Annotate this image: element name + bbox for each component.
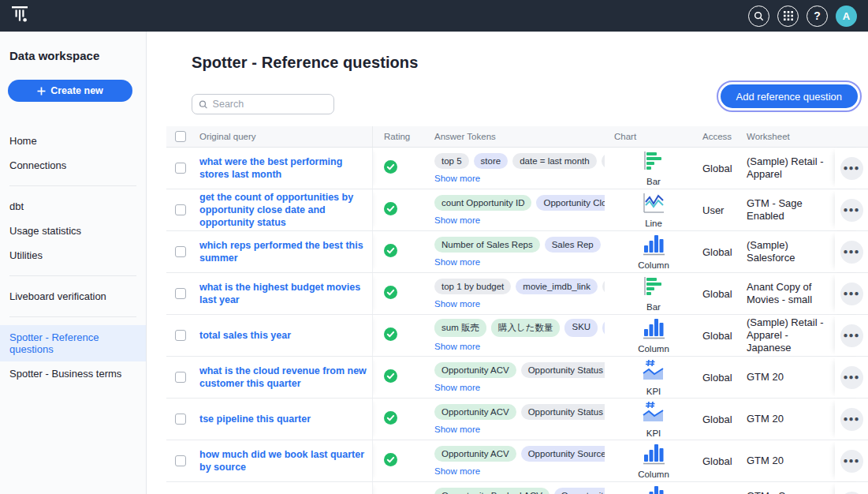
column-header-actions [835, 126, 868, 147]
query-link[interactable]: what is the cloud revenue from new custo… [199, 365, 367, 390]
column-header-rating: Rating [373, 132, 430, 141]
row-actions-button[interactable]: ●●● [840, 408, 863, 431]
help-icon[interactable]: ? [807, 6, 828, 27]
answer-token-pill: Opportunity Booked ACV [434, 488, 549, 494]
row-actions-button[interactable]: ●●● [840, 241, 863, 264]
row-actions-button[interactable]: ●●● [840, 157, 863, 180]
add-reference-question-button[interactable]: Add reference question [721, 84, 858, 108]
row-checkbox[interactable] [175, 455, 186, 466]
sidebar-item-utilities[interactable]: Utilities [0, 243, 146, 268]
search-input[interactable] [213, 99, 327, 110]
column-header-original-query: Original query [199, 132, 256, 141]
answer-token-pill: Sales Rep [545, 237, 601, 253]
answer-tokens: Opportunity ACVOpportunity Status = 'p [434, 404, 605, 420]
row-checkbox[interactable] [175, 414, 186, 425]
row-checkbox[interactable] [175, 163, 186, 174]
row-actions-button[interactable]: ●●● [840, 492, 863, 494]
show-more-link[interactable]: Show more [434, 466, 480, 476]
answer-token-pill: SKU [564, 319, 598, 337]
rating-verified-icon [384, 202, 397, 215]
show-more-link[interactable]: Show more [434, 342, 480, 351]
select-all-checkbox[interactable] [175, 131, 186, 142]
worksheet-value: GTM 20 [742, 371, 835, 384]
rating-verified-icon [384, 327, 397, 341]
sidebar-item-home[interactable]: Home [0, 129, 146, 153]
answer-tokens: top 1 by budgetmovie_imdb_linkc [434, 279, 605, 294]
create-new-button[interactable]: Create new [8, 80, 132, 102]
page-title: Spotter - Reference questions [192, 54, 868, 72]
row-checkbox[interactable] [175, 246, 186, 257]
row-actions-button[interactable]: ●●● [840, 324, 863, 347]
query-link[interactable]: total sales this year [199, 329, 291, 342]
show-more-link[interactable]: Show more [434, 299, 480, 309]
chart-type-column-icon [642, 443, 665, 468]
plus-icon [37, 87, 46, 95]
search-icon [199, 99, 208, 110]
show-more-link[interactable]: Show more [434, 257, 480, 267]
table-row: bookOpportunity Booked ACVOpportunity SS… [166, 482, 868, 494]
table-row: how much did we book last quarter by sou… [166, 440, 868, 482]
show-more-link[interactable]: Show more [434, 174, 480, 183]
row-checkbox[interactable] [175, 288, 186, 299]
query-link[interactable]: what is the highest budget movies last y… [199, 281, 367, 306]
sidebar-item-usage-statistics[interactable]: Usage statistics [0, 219, 146, 243]
answer-token-pill: top 1 by budget [434, 279, 511, 294]
sidebar-item-connections[interactable]: Connections [0, 153, 146, 178]
apps-grid-icon[interactable] [777, 6, 799, 27]
row-actions-button[interactable]: ●●● [840, 283, 863, 305]
row-actions-button[interactable]: ●●● [840, 366, 863, 389]
row-actions-button[interactable]: ●●● [840, 450, 863, 473]
reference-questions-table: Original query Rating Answer Tokens Char… [166, 126, 868, 494]
row-actions-button[interactable]: ●●● [840, 199, 863, 222]
answer-tokens: Opportunity Booked ACVOpportunity S [434, 488, 605, 494]
chart-type-column-icon [642, 318, 665, 342]
column-header-access: Access [698, 132, 742, 141]
table-row: which reps performed the best this summe… [166, 231, 868, 273]
sidebar-item-liveboard-verification[interactable]: Liveboard verification [0, 284, 146, 309]
query-link[interactable]: get the count of opportunities by opport… [199, 191, 367, 229]
column-header-answer-tokens: Answer Tokens [430, 132, 609, 141]
sidebar-item-dbt[interactable]: dbt [0, 194, 146, 219]
show-more-link[interactable]: Show more [434, 425, 480, 434]
answer-token-pill: s [602, 153, 605, 169]
user-avatar[interactable]: A [836, 6, 857, 27]
query-link[interactable]: what were the best performing stores las… [199, 155, 367, 181]
worksheet-value: GTM - Sage Enabled [742, 490, 835, 494]
worksheet-value: GTM - Sage Enabled [742, 197, 835, 223]
row-checkbox[interactable] [175, 330, 186, 341]
answer-token-pill: Opportunity S [554, 488, 605, 494]
table-row: what is the cloud revenue from new custo… [166, 357, 868, 399]
sidebar-item-spotter-business-terms[interactable]: Spotter - Business terms [0, 361, 146, 386]
query-link[interactable]: how much did we book last quarter by sou… [199, 448, 367, 473]
thoughtspot-logo-icon[interactable] [9, 4, 30, 28]
answer-token-pill: top 5 [434, 153, 469, 169]
answer-token-pill: Opportunity Status = 't [521, 362, 605, 378]
search-box [192, 94, 334, 114]
answer-tokens: Number of Sales RepsSales RepCl [434, 237, 605, 253]
access-value: Global [698, 246, 742, 258]
answer-token-pill: ア· [602, 319, 605, 337]
answer-token-pill: c [602, 279, 605, 294]
worksheet-value: (Sample) Salesforce [742, 239, 835, 264]
answer-token-pill: sum 販売 [434, 319, 486, 337]
show-more-link[interactable]: Show more [434, 215, 480, 225]
search-icon[interactable] [748, 6, 769, 27]
create-new-label: Create new [50, 85, 103, 96]
worksheet-value: GTM 20 [742, 455, 835, 467]
show-more-link[interactable]: Show more [434, 383, 480, 392]
top-navigation-bar: ? A [0, 0, 868, 32]
access-value: Global [698, 288, 742, 300]
answer-token-pill: store [474, 153, 509, 169]
access-value: User [698, 204, 742, 216]
query-link[interactable]: which reps performed the best this summe… [199, 239, 367, 264]
query-link[interactable]: tse pipeline this quarter [199, 413, 311, 425]
answer-tokens: count Opportunity IDOpportunity Close [434, 195, 605, 211]
row-checkbox[interactable] [175, 204, 186, 215]
sidebar-item-spotter-reference-questions[interactable]: Spotter - Reference questions [0, 325, 146, 361]
row-checkbox[interactable] [175, 372, 186, 383]
table-row: total sales this yearsum 販売購入した数量SKUア·Sh… [166, 315, 868, 357]
workspace-title: Data workspace [0, 49, 146, 62]
chart-type-line-icon [642, 193, 665, 217]
answer-token-pill: Number of Sales Reps [434, 237, 540, 253]
table-body: what were the best performing stores las… [166, 148, 868, 494]
